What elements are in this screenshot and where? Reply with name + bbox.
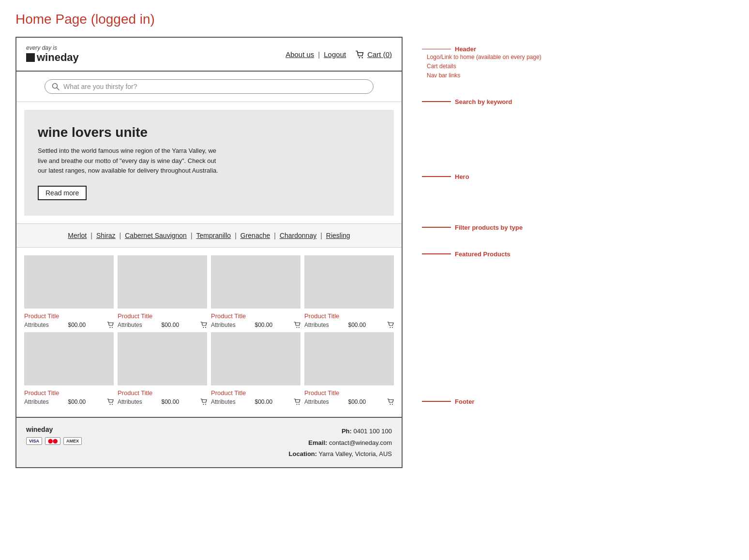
filter-annotation-group: Filter products by type	[422, 224, 541, 231]
search-placeholder: What are you thirsty for?	[63, 83, 137, 90]
product-meta-5: Attributes $00.00	[24, 398, 114, 405]
hero-section: wine lovers unite Settled into the world…	[24, 110, 394, 216]
filter-cabernet[interactable]: Cabernet Sauvignon	[125, 232, 187, 239]
filter-sep-6: |	[320, 232, 322, 239]
product-meta-4: Attributes $00.00	[304, 322, 394, 328]
annotation-footer: Footer	[422, 398, 541, 405]
svg-point-12	[110, 404, 111, 405]
nav-about[interactable]: About us	[285, 50, 314, 59]
product-image-5	[24, 332, 114, 385]
filter-chardonnay[interactable]: Chardonnay	[280, 232, 316, 239]
cart-icon	[356, 50, 365, 58]
read-more-button[interactable]: Read more	[38, 186, 87, 200]
product-card-1[interactable]: Product Title Attributes $00.00	[24, 255, 114, 328]
wireframe-main: every day is wineday About us | Logout	[15, 37, 403, 468]
product-attributes-3: Attributes	[211, 322, 236, 328]
ann-header-label: Header	[455, 45, 476, 53]
product-image-3	[211, 255, 300, 309]
product-title-5: Product Title	[24, 389, 114, 397]
search-box[interactable]: What are you thirsty for?	[45, 79, 374, 94]
hero-title: wine lovers unite	[38, 125, 380, 140]
product-image-8	[304, 332, 394, 385]
nav-logout[interactable]: Logout	[324, 50, 346, 59]
logo-area: every day is wineday	[26, 44, 79, 64]
search-icon	[52, 83, 60, 90]
filter-shiraz[interactable]: Shiraz	[96, 232, 116, 239]
svg-point-10	[390, 327, 391, 328]
logo-name[interactable]: wineday	[26, 51, 79, 64]
logo-text: wineday	[37, 51, 79, 64]
product-price-8: $00.00	[348, 398, 366, 405]
logo-tagline: every day is	[26, 44, 79, 51]
search-section: What are you thirsty for?	[16, 72, 402, 102]
ann-featured-label: Featured Products	[455, 251, 510, 258]
ann-line-filter	[422, 227, 451, 228]
svg-point-17	[299, 404, 300, 405]
product-card-5[interactable]: Product Title Attributes $00.00	[24, 332, 114, 405]
filter-tempranillo[interactable]: Tempranillo	[196, 232, 231, 239]
add-to-cart-icon-3[interactable]	[294, 322, 300, 328]
ann-line-footer	[422, 401, 451, 402]
filter-sep-3: |	[191, 232, 193, 239]
filter-links: Merlot | Shiraz | Cabernet Sauvignon | T…	[26, 232, 392, 239]
amex-icon: AMEX	[63, 437, 82, 445]
filter-riesling[interactable]: Riesling	[326, 232, 350, 239]
ann-line-header	[422, 49, 451, 50]
product-card-7[interactable]: Product Title Attributes $00.00	[211, 332, 300, 405]
nav-links: About us | Logout Cart (0)	[285, 50, 392, 59]
visa-icon: VISA	[26, 437, 42, 445]
annotation-filter: Filter products by type	[422, 224, 541, 231]
product-card-3[interactable]: Product Title Attributes $00.00	[211, 255, 300, 328]
add-to-cart-icon-1[interactable]	[107, 322, 114, 328]
site-footer: wineday VISA ⬤⬤ AMEX Ph: 0401 100 100 Em…	[16, 417, 402, 467]
product-card-6[interactable]: Product Title Attributes $00.00	[118, 332, 207, 405]
svg-point-1	[362, 57, 363, 59]
footer-email: Email: contact@wineday.com	[289, 437, 392, 448]
products-grid-row2: Product Title Attributes $00.00 Product …	[24, 332, 394, 405]
annotations-panel: Header Logo/Link to home (available on e…	[403, 37, 541, 405]
svg-point-16	[297, 404, 298, 405]
product-card-2[interactable]: Product Title Attributes $00.00	[118, 255, 207, 328]
header-annotation-group: Header Logo/Link to home (available on e…	[422, 45, 541, 81]
product-price-2: $00.00	[162, 322, 180, 328]
product-attributes-7: Attributes	[211, 398, 236, 405]
ann-header-sub3: Nav bar links	[422, 71, 541, 80]
add-to-cart-icon-7[interactable]	[294, 398, 300, 405]
add-to-cart-icon-6[interactable]	[200, 398, 207, 405]
featured-annotation-group: Featured Products	[422, 251, 541, 258]
product-meta-7: Attributes $00.00	[211, 398, 300, 405]
product-meta-1: Attributes $00.00	[24, 322, 114, 328]
search-annotation-group: Search by keyword	[422, 98, 541, 105]
annotation-featured: Featured Products	[422, 251, 541, 258]
add-to-cart-icon-2[interactable]	[200, 322, 207, 328]
product-attributes-8: Attributes	[304, 398, 329, 405]
product-attributes-1: Attributes	[24, 322, 49, 328]
filter-merlot[interactable]: Merlot	[68, 232, 87, 239]
svg-point-15	[205, 404, 206, 405]
product-title-3: Product Title	[211, 312, 300, 320]
filter-grenache[interactable]: Grenache	[240, 232, 270, 239]
product-card-8[interactable]: Product Title Attributes $00.00	[304, 332, 394, 405]
svg-point-13	[112, 404, 113, 405]
annotation-header: Header	[422, 45, 541, 53]
ann-header-sub1: Logo/Link to home (available on every pa…	[422, 53, 541, 62]
footer-left: wineday VISA ⬤⬤ AMEX	[26, 426, 82, 445]
footer-logo: wineday	[26, 426, 82, 433]
add-to-cart-icon-5[interactable]	[107, 398, 114, 405]
product-price-1: $00.00	[68, 322, 86, 328]
filter-sep-1: |	[90, 232, 92, 239]
ann-header-sub2: Cart details	[422, 62, 541, 71]
product-attributes-6: Attributes	[118, 398, 142, 405]
logo-icon	[26, 53, 35, 62]
filter-section: Merlot | Shiraz | Cabernet Sauvignon | T…	[16, 223, 402, 248]
annotation-hero: Hero	[422, 173, 541, 180]
product-title-6: Product Title	[118, 389, 207, 397]
nav-cart[interactable]: Cart (0)	[367, 50, 392, 59]
ann-footer-label: Footer	[455, 398, 474, 405]
site-header: every day is wineday About us | Logout	[16, 38, 402, 72]
footer-location-label: Location:	[289, 450, 317, 457]
svg-point-7	[205, 327, 206, 328]
add-to-cart-icon-8[interactable]	[387, 398, 394, 405]
product-card-4[interactable]: Product Title Attributes $00.00	[304, 255, 394, 328]
add-to-cart-icon-4[interactable]	[387, 322, 394, 328]
